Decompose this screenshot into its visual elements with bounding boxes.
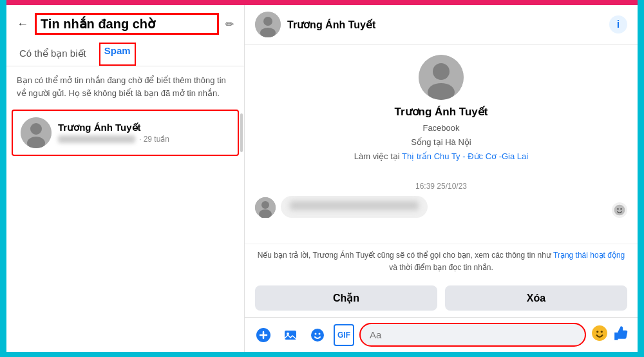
- edit-icon[interactable]: ✏: [225, 18, 234, 30]
- scrollbar[interactable]: [240, 113, 243, 152]
- tabs-row: Có thể bạn biết Spam: [6, 43, 244, 66]
- svg-point-20: [319, 333, 321, 334]
- plus-icon[interactable]: [252, 324, 274, 346]
- svg-point-13: [617, 208, 619, 210]
- right-panel: Trương Ánh Tuyết i Trương Ánh Tuyết Face…: [245, 5, 638, 352]
- svg-point-1: [30, 123, 42, 135]
- image-icon[interactable]: [279, 324, 301, 346]
- action-buttons: Chặn Xóa: [245, 279, 638, 317]
- chat-partner-name: Trương Ánh Tuyết: [287, 19, 603, 31]
- profile-section: Trương Ánh Tuyết Facebook Sống tại Hà Nộ…: [354, 55, 528, 164]
- page-title: Tin nhắn đang chờ: [35, 13, 219, 35]
- avatar: [255, 12, 281, 37]
- message-row: [255, 196, 627, 218]
- conv-preview: · 29 tuần: [58, 135, 230, 144]
- right-header: Trương Ánh Tuyết i: [245, 5, 638, 44]
- svg-point-10: [261, 201, 269, 209]
- conversation-list: Trương Ánh Tuyết · 29 tuần: [6, 107, 244, 352]
- tab-spam[interactable]: Spam: [99, 43, 136, 66]
- chat-area: Trương Ánh Tuyết Facebook Sống tại Hà Nộ…: [245, 44, 638, 244]
- left-header: ← Tin nhắn đang chờ ✏: [6, 5, 244, 43]
- list-item[interactable]: Trương Ánh Tuyết · 29 tuần: [12, 110, 239, 156]
- profile-avatar: [419, 55, 464, 100]
- profile-meta: Facebook Sống tại Hà Nội Làm việc tại Th…: [354, 121, 528, 164]
- work-link[interactable]: Thị trấn Chu Ty - Đức Cơ -Gia Lai: [402, 151, 528, 161]
- info-button[interactable]: i: [609, 15, 627, 34]
- svg-point-21: [592, 325, 607, 341]
- info-text: Bạn có thể mở tin nhắn đang chờ để biết …: [6, 66, 244, 107]
- notice-text: Nếu bạn trả lời, Trương Ánh Tuyết cũng s…: [245, 244, 638, 279]
- block-button[interactable]: Chặn: [255, 285, 437, 311]
- sticker-icon[interactable]: [307, 324, 328, 346]
- conv-name: Trương Ánh Tuyết: [58, 122, 230, 133]
- input-row: GIF: [245, 317, 638, 352]
- conv-info: Trương Ánh Tuyết · 29 tuần: [58, 122, 230, 144]
- message-timestamp: 16:39 25/10/23: [415, 182, 467, 191]
- sender-avatar: [255, 197, 276, 218]
- svg-point-18: [311, 329, 324, 342]
- emoji-icon[interactable]: [591, 325, 608, 345]
- svg-point-7: [433, 63, 450, 80]
- tab-may-know[interactable]: Có thể bạn biết: [17, 43, 89, 66]
- left-panel: ← Tin nhắn đang chờ ✏ Có thể bạn biết Sp…: [6, 5, 245, 352]
- reaction-icon[interactable]: [612, 202, 627, 218]
- profile-name: Trương Ánh Tuyết: [395, 105, 488, 119]
- delete-button[interactable]: Xóa: [445, 285, 627, 311]
- gif-icon[interactable]: GIF: [334, 324, 354, 346]
- svg-point-23: [601, 331, 603, 333]
- svg-point-4: [263, 17, 272, 26]
- svg-point-14: [620, 208, 622, 210]
- conv-time: · 29 tuần: [139, 135, 169, 144]
- avatar: [21, 117, 52, 148]
- svg-point-22: [596, 331, 598, 333]
- svg-point-12: [614, 205, 625, 216]
- back-button[interactable]: ←: [17, 17, 28, 31]
- blurred-message: [290, 201, 419, 210]
- activity-status-link[interactable]: Trạng thái hoạt động: [553, 251, 625, 260]
- blurred-preview: [58, 135, 135, 143]
- message-bubble: [281, 196, 428, 218]
- message-input[interactable]: [359, 323, 586, 347]
- svg-point-19: [315, 333, 317, 334]
- like-icon[interactable]: [613, 325, 630, 345]
